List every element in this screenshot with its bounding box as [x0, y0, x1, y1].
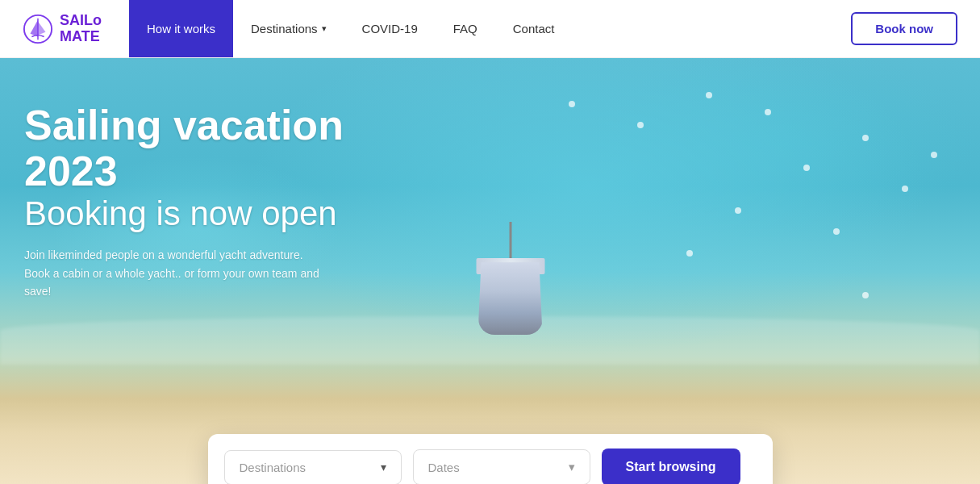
- navbar-right: Book now: [851, 12, 980, 45]
- navbar: SAILo MATE How it works Destinations ▾ C…: [0, 0, 980, 58]
- person-dot: [686, 250, 693, 257]
- nav-links: How it works Destinations ▾ COVID-19 FAQ…: [129, 0, 851, 57]
- hero-title-bold: Sailing vacation 2023: [24, 102, 427, 194]
- boat-illustration: [474, 230, 547, 335]
- book-now-button[interactable]: Book now: [851, 12, 957, 45]
- nav-item-contact[interactable]: Contact: [495, 0, 573, 57]
- destinations-chevron-icon: ▾: [322, 23, 327, 34]
- search-bar: Destinations ▾ Dates ▾ Start browsing: [208, 434, 773, 484]
- destinations-select-chevron-icon: ▾: [381, 461, 386, 474]
- destinations-select[interactable]: Destinations ▾: [224, 450, 402, 485]
- brand-name: SAILo MATE: [60, 13, 102, 45]
- boat-mast: [509, 222, 511, 262]
- hero-subtitle: Join likeminded people on a wonderful ya…: [24, 246, 331, 300]
- dates-select[interactable]: Dates ▾: [413, 449, 590, 484]
- person-dot: [569, 101, 575, 107]
- hero-section: Sailing vacation 2023 Booking is now ope…: [0, 58, 980, 484]
- nav-item-destinations[interactable]: Destinations ▾: [233, 0, 344, 57]
- destinations-select-label: Destinations: [240, 461, 307, 474]
- nav-item-faq[interactable]: FAQ: [436, 0, 495, 57]
- start-browsing-button[interactable]: Start browsing: [602, 449, 740, 484]
- person-dot: [833, 228, 840, 235]
- nav-item-how-it-works[interactable]: How it works: [129, 0, 233, 57]
- person-dot: [637, 122, 644, 128]
- logo[interactable]: SAILo MATE: [0, 13, 129, 45]
- hero-title-normal: Booking is now open: [24, 194, 427, 233]
- dates-select-chevron-icon: ▾: [569, 460, 575, 474]
- sailomate-logo-icon: [23, 14, 53, 44]
- person-dot: [706, 92, 712, 98]
- hero-content: Sailing vacation 2023 Booking is now ope…: [24, 102, 427, 301]
- nav-item-covid[interactable]: COVID-19: [344, 0, 436, 57]
- dates-select-label: Dates: [428, 461, 460, 474]
- boat-body: [478, 262, 543, 335]
